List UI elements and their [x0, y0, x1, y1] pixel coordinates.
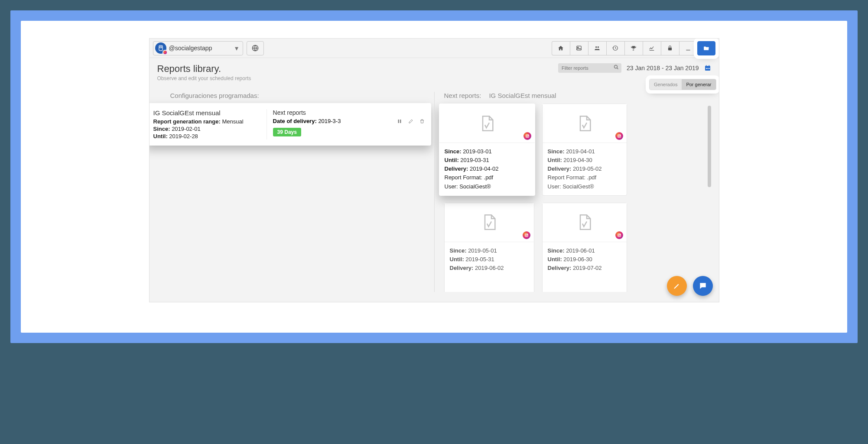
outer-frame: @socialgestapp ▾ New!: [10, 10, 858, 343]
card-body: Since: 2019-05-01Until: 2019-05-31Delive…: [445, 242, 534, 272]
calendar-icon[interactable]: [704, 65, 711, 71]
config-title: IG SocialGEst mensual: [153, 109, 260, 117]
header-controls: 23 Jan 2018 - 23 Jan 2019 Generados Por …: [558, 63, 711, 88]
config-range: Report generation range: Mensual: [153, 118, 260, 125]
right-heading-sub: IG SocialGEst mensual: [489, 92, 556, 99]
edit-icon[interactable]: [408, 119, 413, 124]
card-body: Since: 2019-04-01Until: 2019-04-30Delive…: [543, 143, 627, 195]
nav-chart[interactable]: New!: [643, 41, 661, 55]
days-badge: 39 Days: [273, 128, 301, 136]
svg-point-18: [528, 135, 528, 136]
title-block: Reports library. Observe and edit your s…: [157, 63, 251, 81]
right-heading-label: Next reports:: [444, 92, 481, 99]
nav-icons: New!: [552, 41, 715, 55]
svg-rect-1: [159, 47, 162, 48]
report-card[interactable]: Since: 2019-06-01Until: 2019-06-30Delive…: [542, 203, 627, 292]
account-picker[interactable]: @socialgestapp ▾: [153, 41, 243, 55]
nav-download[interactable]: [679, 41, 697, 55]
svg-rect-14: [398, 120, 400, 123]
search-wrap: [558, 63, 621, 73]
svg-point-24: [527, 234, 527, 234]
svg-rect-13: [709, 68, 709, 69]
instagram-icon: [523, 231, 530, 239]
card-body: Since: 2019-06-01Until: 2019-06-30Delive…: [543, 242, 627, 272]
right-column: Next reports: IG SocialGEst mensual Sinc…: [434, 92, 711, 292]
cards-grid: Since: 2019-03-01Until: 2019-03-31Delive…: [444, 104, 711, 292]
page-subtitle: Observe and edit your scheduled reports: [157, 75, 251, 81]
svg-point-27: [620, 234, 620, 234]
svg-point-6: [598, 46, 599, 48]
svg-point-20: [618, 135, 620, 136]
left-heading: Configuraciones programadas:: [170, 92, 429, 99]
header-row: Reports library. Observe and edit your s…: [150, 58, 719, 88]
svg-point-17: [527, 135, 528, 136]
svg-rect-12: [707, 68, 708, 69]
nav-home[interactable]: [552, 41, 570, 55]
config-next: Next reports Date of delivery: 2019-3-3: [267, 109, 431, 139]
scrollbar-thumb[interactable]: [708, 106, 711, 187]
svg-point-21: [620, 135, 620, 136]
card-thumb: [445, 203, 534, 242]
instagram-icon: [615, 132, 623, 140]
toggle-pending[interactable]: Por generar: [682, 79, 715, 90]
trash-icon[interactable]: [419, 119, 425, 124]
search-input[interactable]: [558, 63, 621, 73]
svg-point-8: [614, 65, 617, 68]
next-delivery-row: Date of delivery: 2019-3-3: [273, 118, 425, 124]
status-toggle: Generados Por generar: [649, 79, 716, 90]
svg-rect-7: [668, 48, 672, 50]
middle-frame: @socialgestapp ▾ New!: [21, 21, 847, 333]
filter-row: 23 Jan 2018 - 23 Jan 2019: [558, 63, 711, 73]
toggle-generated[interactable]: Generados: [650, 79, 682, 90]
left-column: Configuraciones programadas: IG SocialGE…: [157, 92, 434, 292]
card-body: Since: 2019-03-01Until: 2019-03-31Delive…: [439, 143, 535, 195]
report-card[interactable]: Since: 2019-04-01Until: 2019-04-30Delive…: [542, 104, 627, 196]
scrollbar-track[interactable]: [708, 106, 711, 292]
svg-point-26: [618, 234, 620, 236]
card-thumb: [439, 104, 535, 143]
page-title: Reports library.: [157, 63, 251, 75]
fab-chat[interactable]: [693, 276, 713, 296]
next-reports-heading: Next reports: [273, 109, 425, 116]
svg-rect-15: [400, 120, 401, 123]
svg-rect-11: [706, 68, 707, 69]
instagram-badge-icon: [163, 50, 168, 55]
content: Configuraciones programadas: IG SocialGE…: [150, 88, 719, 300]
card-thumb: [543, 104, 627, 143]
svg-rect-3: [577, 46, 582, 50]
instagram-icon: [523, 132, 531, 140]
instagram-icon: [615, 231, 623, 239]
config-since: Since: 2019-02-01: [153, 126, 260, 132]
avatar-wrap: [155, 42, 166, 54]
pause-icon[interactable]: [397, 119, 402, 124]
nav-image[interactable]: [570, 41, 588, 55]
config-until: Until: 2019-02-28: [153, 133, 260, 139]
date-range: 23 Jan 2018 - 23 Jan 2019: [627, 65, 699, 71]
config-card[interactable]: IG SocialGEst mensual Report generation …: [149, 103, 431, 146]
card-thumb: [543, 203, 627, 242]
nav-trophy[interactable]: [624, 41, 643, 55]
svg-point-5: [595, 46, 597, 48]
globe-button[interactable]: [247, 41, 264, 55]
svg-point-23: [526, 234, 527, 236]
fab-edit[interactable]: [667, 276, 687, 296]
nav-users[interactable]: [588, 41, 606, 55]
svg-rect-10: [705, 66, 710, 67]
account-handle: @socialgestapp: [169, 45, 232, 52]
nav-history[interactable]: [606, 41, 624, 55]
config-actions: [397, 119, 425, 124]
topbar: @socialgestapp ▾ New!: [150, 39, 719, 58]
config-details: IG SocialGEst mensual Report generation …: [149, 109, 267, 139]
search-icon[interactable]: [614, 65, 619, 70]
app-window: @socialgestapp ▾ New!: [149, 38, 719, 302]
report-card[interactable]: Since: 2019-05-01Until: 2019-05-31Delive…: [444, 203, 534, 292]
nav-lock[interactable]: [661, 41, 679, 55]
report-card[interactable]: Since: 2019-03-01Until: 2019-03-31Delive…: [439, 104, 535, 196]
chevron-down-icon: ▾: [235, 44, 238, 52]
right-heading: Next reports: IG SocialGEst mensual: [444, 92, 711, 99]
nav-reports-library[interactable]: [697, 41, 715, 55]
